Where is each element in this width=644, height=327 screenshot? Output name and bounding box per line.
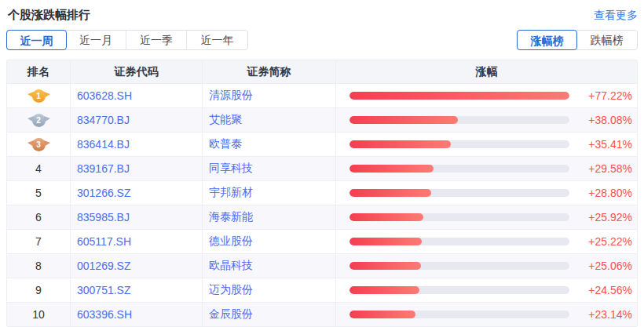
gain-percent: +77.22% bbox=[576, 89, 632, 102]
gain-bar-fill bbox=[349, 189, 431, 197]
stock-code-link[interactable]: 301266.SZ bbox=[71, 181, 203, 205]
column-header-1: 证券代码 bbox=[71, 60, 203, 83]
stock-code-link[interactable]: 300751.SZ bbox=[71, 278, 203, 302]
gain-bar-fill bbox=[349, 116, 458, 124]
table-row[interactable]: 3836414.BJ欧普泰+35.41% bbox=[7, 132, 637, 156]
gain-bar-fill bbox=[349, 311, 415, 318]
stock-code-link[interactable]: 603396.SH bbox=[71, 303, 203, 326]
stock-code-link[interactable]: 839167.BJ bbox=[71, 157, 203, 180]
table-row[interactable]: 6835985.BJ海泰新能+25.92% bbox=[7, 205, 637, 229]
gain-bar-fill bbox=[349, 262, 421, 270]
rank-cell: 2 bbox=[7, 108, 71, 132]
gain-percent: +23.14% bbox=[576, 308, 632, 321]
table-header-row: 排名证券代码证券简称涨幅 bbox=[7, 60, 637, 83]
gain-percent: +35.41% bbox=[576, 138, 632, 151]
silver-medal-icon: 2 bbox=[32, 114, 46, 127]
gain-cell: +77.22% bbox=[336, 84, 637, 107]
rank-cell: 4 bbox=[7, 157, 71, 180]
gain-percent: +25.22% bbox=[576, 235, 632, 248]
bronze-medal-icon: 3 bbox=[32, 138, 46, 151]
table-row[interactable]: 2834770.BJ艾能聚+38.08% bbox=[7, 107, 637, 132]
gain-cell: +24.56% bbox=[336, 278, 637, 302]
period-tab-2[interactable]: 近一季 bbox=[126, 31, 187, 49]
rank-cell: 3 bbox=[7, 133, 71, 156]
gold-medal-icon: 1 bbox=[32, 89, 46, 103]
rank-cell: 1 bbox=[7, 84, 71, 107]
gain-cell: +25.22% bbox=[336, 230, 637, 253]
stock-name-link[interactable]: 艾能聚 bbox=[203, 108, 336, 132]
period-tab-3[interactable]: 近一年 bbox=[187, 31, 247, 49]
table-row[interactable]: 7605117.SH德业股份+25.22% bbox=[7, 229, 637, 253]
table-row[interactable]: 1603628.SH清源股份+77.22% bbox=[7, 83, 637, 107]
table-row[interactable]: 9300751.SZ迈为股份+24.56% bbox=[7, 278, 637, 302]
stock-name-link[interactable]: 宇邦新材 bbox=[203, 181, 336, 205]
stock-name-link[interactable]: 同享科技 bbox=[203, 157, 336, 180]
column-header-0: 排名 bbox=[7, 60, 71, 83]
stock-name-link[interactable]: 迈为股份 bbox=[203, 278, 336, 302]
gain-percent: +38.08% bbox=[576, 114, 632, 126]
rank-cell: 7 bbox=[7, 230, 71, 253]
stock-name-link[interactable]: 金辰股份 bbox=[203, 303, 336, 326]
rank-cell: 5 bbox=[7, 181, 71, 205]
gain-bar-track bbox=[349, 262, 569, 270]
gain-bar-fill bbox=[349, 165, 434, 173]
stock-name-link[interactable]: 海泰新能 bbox=[203, 205, 336, 229]
stock-code-link[interactable]: 605117.SH bbox=[71, 230, 203, 253]
period-tabs: 近一周近一月近一季近一年 bbox=[6, 30, 248, 50]
gain-cell: +38.08% bbox=[336, 108, 637, 132]
stock-code-link[interactable]: 835985.BJ bbox=[71, 205, 203, 229]
board-tabs: 涨幅榜跌幅榜 bbox=[517, 30, 638, 50]
gain-cell: +25.06% bbox=[336, 254, 637, 278]
gain-cell: +23.14% bbox=[336, 303, 637, 326]
period-tab-0[interactable]: 近一周 bbox=[6, 30, 67, 50]
gain-bar-track bbox=[349, 311, 569, 318]
rank-cell: 10 bbox=[7, 303, 71, 326]
gain-percent: +29.58% bbox=[576, 162, 632, 175]
table-row[interactable]: 5301266.SZ宇邦新材+28.80% bbox=[7, 180, 637, 205]
stock-code-link[interactable]: 001269.SZ bbox=[71, 254, 203, 278]
gain-cell: +35.41% bbox=[336, 133, 637, 156]
widget-header: 个股涨跌幅排行 查看更多 bbox=[0, 0, 644, 23]
gain-percent: +25.92% bbox=[576, 211, 632, 223]
controls-row: 近一周近一月近一季近一年 涨幅榜跌幅榜 bbox=[0, 23, 644, 50]
gain-bar-track bbox=[349, 286, 569, 294]
gain-bar-track bbox=[349, 238, 569, 245]
gain-cell: +28.80% bbox=[336, 181, 637, 205]
stock-code-link[interactable]: 834770.BJ bbox=[71, 108, 203, 132]
board-tab-0[interactable]: 涨幅榜 bbox=[517, 30, 577, 50]
table-body: 1603628.SH清源股份+77.22%2834770.BJ艾能聚+38.08… bbox=[7, 83, 637, 326]
ranking-table: 排名证券代码证券简称涨幅 1603628.SH清源股份+77.22%283477… bbox=[6, 60, 638, 327]
stock-ranking-widget: 个股涨跌幅排行 查看更多 近一周近一月近一季近一年 涨幅榜跌幅榜 排名证券代码证… bbox=[0, 0, 644, 327]
gain-bar-fill bbox=[349, 92, 569, 100]
stock-name-link[interactable]: 欧晶科技 bbox=[203, 254, 336, 278]
gain-bar-fill bbox=[349, 238, 422, 245]
stock-code-link[interactable]: 836414.BJ bbox=[71, 133, 203, 156]
gain-percent: +24.56% bbox=[576, 284, 632, 296]
gain-percent: +28.80% bbox=[576, 187, 632, 199]
rank-cell: 8 bbox=[7, 254, 71, 278]
gain-bar-fill bbox=[349, 213, 423, 221]
stock-name-link[interactable]: 清源股份 bbox=[203, 84, 336, 107]
gain-bar-track bbox=[349, 165, 569, 173]
board-tab-1[interactable]: 跌幅榜 bbox=[576, 31, 637, 49]
column-header-3: 涨幅 bbox=[336, 60, 637, 83]
stock-name-link[interactable]: 德业股份 bbox=[203, 230, 336, 253]
gain-bar-track bbox=[349, 189, 569, 197]
gain-cell: +25.92% bbox=[336, 205, 637, 229]
column-header-2: 证券简称 bbox=[203, 60, 336, 83]
period-tab-1[interactable]: 近一月 bbox=[66, 31, 126, 49]
stock-code-link[interactable]: 603628.SH bbox=[71, 84, 203, 107]
table-row[interactable]: 4839167.BJ同享科技+29.58% bbox=[7, 156, 637, 180]
gain-cell: +29.58% bbox=[336, 157, 637, 180]
stock-name-link[interactable]: 欧普泰 bbox=[203, 133, 336, 156]
gain-bar-fill bbox=[349, 140, 451, 148]
table-row[interactable]: 10603396.SH金辰股份+23.14% bbox=[7, 302, 637, 326]
gain-bar-track bbox=[349, 213, 569, 221]
view-more-link[interactable]: 查看更多 bbox=[594, 9, 638, 23]
rank-cell: 9 bbox=[7, 278, 71, 302]
gain-bar-track bbox=[349, 116, 569, 124]
table-row[interactable]: 8001269.SZ欧晶科技+25.06% bbox=[7, 253, 637, 278]
page-title: 个股涨跌幅排行 bbox=[8, 8, 90, 23]
gain-bar-track bbox=[349, 92, 569, 100]
rank-cell: 6 bbox=[7, 205, 71, 229]
